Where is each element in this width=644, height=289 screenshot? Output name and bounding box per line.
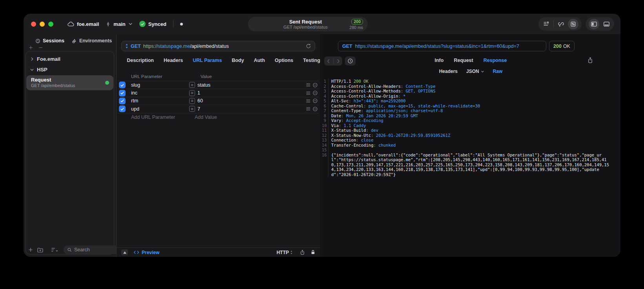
response-subtab-json[interactable]: JSON — [466, 69, 484, 74]
param-name[interactable]: slug — [131, 82, 189, 88]
line-content: Date: Mon, 26 Jan 2026 20:29:59 GMT — [328, 113, 610, 118]
request-tab-options[interactable]: Options — [275, 58, 293, 63]
chain-requests-button[interactable] — [556, 19, 566, 29]
toggle-sidebar-button[interactable] — [589, 19, 599, 29]
chevron-icon — [30, 68, 34, 71]
reorder-handle-icon[interactable] — [305, 91, 312, 95]
param-checkbox[interactable] — [119, 82, 126, 88]
protocol-selector[interactable]: HTTP — [277, 250, 293, 255]
request-method[interactable]: GET — [131, 44, 141, 49]
line-number: 13 — [322, 138, 328, 143]
zoom-window-button[interactable] — [48, 22, 53, 27]
remove-param-icon[interactable] — [312, 98, 319, 104]
param-add-row[interactable]: Add URL ParameterAdd Value — [118, 113, 319, 121]
request-tab-auth[interactable]: Auth — [254, 58, 265, 63]
line-content: Via: 1.1 Caddy — [328, 123, 610, 128]
url-scheme: https:// — [143, 44, 158, 49]
request-url-bar[interactable]: GET https://statuspage.me/api/embed/stat… — [121, 41, 315, 51]
toggle-bottom-panel-button[interactable] — [602, 19, 611, 29]
sidebar-tab-environments[interactable]: Environments — [71, 38, 112, 44]
shapes-icon — [71, 38, 77, 44]
add-value-placeholder[interactable]: Add Value — [195, 115, 217, 120]
expand-panel-button[interactable] — [121, 249, 128, 255]
response-panel: GET https://statuspage.me/api/embed/stat… — [321, 34, 620, 257]
project-switcher[interactable]: foe.email — [68, 21, 99, 27]
request-panel-footer: Preview HTTP — [117, 247, 320, 257]
param-value[interactable]: 60 — [197, 98, 305, 104]
line-number: 1 — [322, 79, 328, 84]
close-window-button[interactable] — [31, 22, 36, 27]
request-url[interactable]: https://statuspage.me/api/embed/status — [143, 44, 229, 49]
request-tab-headers[interactable]: Headers — [164, 58, 183, 63]
response-subtab-headers[interactable]: Headers — [439, 69, 458, 74]
project-name: foe.email — [77, 21, 99, 27]
add-request-button[interactable] — [28, 247, 33, 253]
response-tab-info[interactable]: Info — [435, 58, 444, 63]
line-content: Access-Control-Allow-Origin: * — [328, 94, 610, 99]
remove-param-icon[interactable] — [312, 82, 319, 88]
param-checkbox[interactable] — [119, 98, 126, 104]
param-name[interactable]: inc — [131, 90, 189, 96]
new-folder-button[interactable] — [37, 247, 44, 253]
line-content: {"incidents":null,"overall":{"code":"ope… — [328, 153, 610, 177]
param-name[interactable]: upd — [131, 106, 189, 112]
sync-status[interactable]: Synced — [139, 21, 166, 27]
reorder-handle-icon[interactable] — [305, 83, 312, 87]
line-number: 16 — [322, 153, 328, 177]
line-content: Vary: Accept-Encoding — [328, 118, 610, 123]
request-tab-body[interactable]: Body — [232, 58, 244, 63]
sidebar-tab-bar: SessionsEnvironments — [35, 38, 112, 44]
param-value[interactable]: 7 — [197, 106, 305, 112]
sidebar-tab-sessions[interactable]: Sessions — [35, 38, 64, 44]
line-content: HTTP/1.1 200 OK — [328, 79, 610, 84]
request-tab-url-params[interactable]: URL Params — [193, 58, 222, 63]
linked-loops-icon — [557, 21, 565, 27]
branch-selector[interactable]: main — [106, 21, 132, 27]
line-number: 14 — [322, 143, 328, 148]
share-request-icon[interactable] — [300, 249, 305, 255]
traffic-lights — [31, 22, 53, 27]
line-content: Cache-Control: public, max-age=15, stale… — [328, 104, 610, 109]
reorder-handle-icon[interactable] — [305, 99, 312, 103]
remove-session-button[interactable] — [38, 45, 43, 50]
preview-button[interactable]: Preview — [133, 250, 159, 255]
param-checkbox[interactable] — [119, 105, 126, 112]
resend-request-icon[interactable] — [306, 43, 311, 49]
minimize-window-button[interactable] — [40, 22, 45, 27]
sidebar-item-request[interactable]: Request GET /api/embed/status — [26, 75, 113, 90]
sent-request-url-box[interactable]: GET https://statuspage.me/api/embed/stat… — [338, 41, 546, 51]
response-tab-response[interactable]: Response — [483, 58, 507, 63]
param-checkbox[interactable] — [119, 90, 126, 96]
reorder-handle-icon[interactable] — [305, 107, 312, 111]
response-line: 8Date: Mon, 26 Jan 2026 20:29:59 GMT — [322, 113, 610, 118]
active-request-tab[interactable]: Sent Request GET /api/embed/status 200 2… — [248, 17, 368, 31]
response-subtab-raw[interactable]: Raw — [493, 69, 503, 74]
duration-label: 280 ms — [350, 25, 363, 30]
sort-filter-button[interactable] — [51, 247, 58, 253]
response-line: 16{"incidents":null,"overall":{"code":"o… — [322, 153, 610, 177]
tree-group-foe-email[interactable]: Foe.email — [24, 54, 116, 64]
add-session-button[interactable] — [28, 45, 33, 50]
remove-param-icon[interactable] — [312, 106, 319, 112]
response-code[interactable]: 1HTTP/1.1 200 OK2Access-Control-Allow-He… — [322, 79, 610, 254]
request-tab-description[interactable]: Description — [127, 58, 154, 63]
send-receive-button[interactable] — [568, 19, 578, 29]
tree-group-hsp[interactable]: HSP — [24, 64, 116, 75]
remove-param-icon[interactable] — [312, 90, 319, 96]
response-status-text: OK — [563, 44, 570, 49]
response-line: 3Access-Control-Allow-Methods: GET, OPTI… — [322, 89, 610, 94]
line-content: Content-Type: application/json; charset=… — [328, 108, 610, 113]
param-value[interactable]: 1 — [197, 90, 305, 96]
response-line: 4Access-Control-Allow-Origin: * — [322, 94, 610, 99]
param-name[interactable]: rtm — [131, 98, 189, 104]
sort-requests-button[interactable] — [542, 19, 551, 29]
response-line: 15 — [322, 147, 610, 153]
add-param-placeholder[interactable]: Add URL Parameter — [131, 115, 195, 120]
export-response-icon[interactable] — [587, 57, 593, 64]
param-row: upd=7 — [118, 105, 319, 113]
param-value[interactable]: status — [197, 82, 305, 88]
response-tab-request[interactable]: Request — [454, 58, 473, 63]
method-stepper-icon[interactable] — [125, 44, 128, 49]
response-line: 7Content-Type: application/json; charset… — [322, 108, 610, 113]
request-tab-testing[interactable]: Testing — [303, 58, 320, 63]
